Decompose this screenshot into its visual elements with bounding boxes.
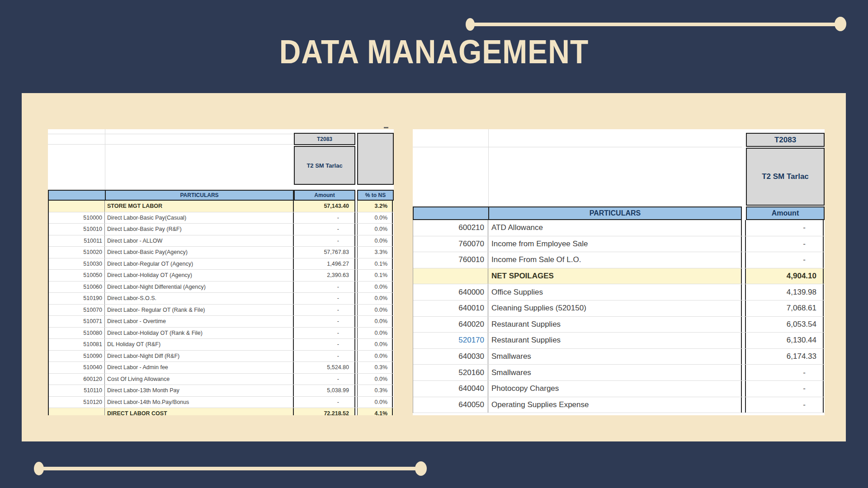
table-row[interactable]: 510040Direct Labor - Admin fee5,524.800.… — [49, 362, 394, 374]
particulars-cell[interactable]: Direct Labor-Regular OT (Agency) — [105, 258, 294, 270]
amount-cell[interactable]: - — [294, 339, 355, 350]
particulars-cell[interactable]: DIRECT LABOR COST — [105, 408, 294, 415]
amount-cell[interactable]: - — [745, 365, 824, 380]
account-code-cell[interactable]: 510040 — [49, 362, 105, 373]
amount-cell[interactable]: 57,143.40 — [294, 201, 355, 212]
percent-cell[interactable]: 4.1% — [357, 408, 393, 415]
branch-header-cell[interactable]: T2 SM Tarlac — [746, 148, 825, 206]
percent-cell[interactable]: 0.0% — [357, 305, 393, 316]
account-code-cell[interactable] — [49, 408, 105, 415]
percent-cell[interactable]: 0.0% — [357, 351, 393, 362]
table-row[interactable]: 760070Income from Employee Sale- — [413, 236, 825, 253]
particulars-cell[interactable]: STORE MGT LABOR — [105, 201, 294, 212]
particulars-cell[interactable]: Direct Labor - ALLOW — [105, 235, 294, 247]
particulars-cell[interactable]: Cleaning Supplies (520150) — [488, 300, 742, 316]
account-code-cell[interactable]: 510110 — [49, 385, 105, 396]
table-row[interactable]: 640040Photocopy Charges- — [413, 381, 825, 397]
particulars-cell[interactable]: ATD Allowance — [488, 220, 742, 236]
account-code-cell[interactable]: 600210 — [413, 220, 488, 236]
amount-cell[interactable]: 4,139.98 — [745, 284, 824, 300]
amount-column-header[interactable]: Amount — [294, 190, 355, 201]
account-code-cell[interactable] — [413, 268, 488, 284]
account-code-cell[interactable]: 640030 — [413, 349, 488, 365]
table-row[interactable]: 600120Cost Of Living Allowance-0.0% — [49, 374, 394, 385]
account-code-cell[interactable]: 640040 — [413, 381, 488, 397]
particulars-cell[interactable]: DL Holiday OT (R&F) — [105, 339, 294, 350]
account-code-cell[interactable]: 520160 — [413, 365, 488, 380]
table-row[interactable]: 510120Direct Labor-14th Mo.Pay/Bonus-0.0… — [49, 397, 394, 408]
particulars-cell[interactable]: Restaurant Supplies — [488, 317, 742, 333]
account-code-cell[interactable]: 640050 — [413, 397, 488, 413]
percent-cell[interactable]: 0.0% — [357, 293, 393, 304]
account-code-cell[interactable]: 760010 — [413, 252, 488, 268]
amount-cell[interactable]: 6,174.33 — [745, 349, 824, 365]
amount-cell[interactable]: - — [294, 305, 355, 316]
table-row[interactable]: 640010Cleaning Supplies (520150)7,068.61 — [413, 300, 825, 317]
year-header-cell[interactable]: T2083 — [746, 133, 825, 147]
table-row[interactable]: 600210ATD Allowance- — [413, 220, 825, 236]
percent-cell[interactable]: 0.3% — [357, 385, 393, 396]
account-code-cell[interactable]: 510120 — [49, 397, 105, 408]
account-code-cell[interactable]: 510050 — [49, 270, 105, 281]
particulars-cell[interactable]: Direct Labor-Basic Pay(Agency) — [105, 247, 294, 258]
amount-cell[interactable]: 6,130.44 — [745, 333, 824, 348]
table-row[interactable]: 510060Direct Labor-Night Differential (A… — [49, 282, 394, 293]
account-code-cell[interactable]: 510010 — [49, 224, 105, 235]
percent-cell[interactable]: 3.3% — [357, 247, 393, 258]
amount-cell[interactable]: - — [294, 293, 355, 304]
amount-cell[interactable]: - — [294, 235, 355, 247]
particulars-cell[interactable]: Direct Labor-14th Mo.Pay/Bonus — [105, 397, 294, 408]
particulars-cell[interactable]: Direct Labor-Basic Pay(Casual) — [105, 212, 294, 224]
particulars-cell[interactable]: Photocopy Charges — [488, 381, 742, 397]
particulars-cell[interactable]: Direct Labor - Admin fee — [105, 362, 294, 373]
amount-cell[interactable]: - — [745, 236, 824, 252]
percent-cell[interactable]: 0.0% — [357, 282, 393, 293]
table-row[interactable]: 510080Direct Labor-Holiday OT (Rank & Fi… — [49, 328, 394, 339]
particulars-cell[interactable]: Direct Labor - Overtime — [105, 316, 294, 327]
particulars-cell[interactable]: Smallwares — [488, 365, 742, 380]
amount-cell[interactable]: - — [745, 220, 824, 236]
amount-cell[interactable]: 7,068.61 — [745, 300, 824, 316]
table-row[interactable]: 510190Direct Labor-S.O.S.-0.0% — [49, 293, 394, 305]
account-code-cell[interactable]: 510071 — [49, 316, 105, 327]
code-column-header[interactable] — [48, 190, 105, 201]
particulars-cell[interactable]: Income from Employee Sale — [488, 236, 742, 252]
amount-cell[interactable]: 5,038.99 — [294, 385, 355, 396]
particulars-cell[interactable]: Direct Labor-Night Diff (R&F) — [105, 351, 294, 362]
amount-cell[interactable]: 6,053.54 — [745, 317, 824, 333]
amount-cell[interactable]: - — [294, 282, 355, 293]
account-code-cell[interactable]: 760070 — [413, 236, 488, 252]
table-row[interactable]: DIRECT LABOR COST72,218.524.1% — [49, 408, 394, 415]
particulars-cell[interactable]: Direct Labor-13th Month Pay — [105, 385, 294, 396]
table-row[interactable]: STORE MGT LABOR57,143.403.2% — [49, 201, 394, 212]
account-code-cell[interactable] — [49, 201, 105, 212]
account-code-cell[interactable]: 600120 — [49, 374, 105, 385]
particulars-cell[interactable]: Smallwares — [488, 349, 742, 365]
account-code-cell[interactable]: 510190 — [49, 293, 105, 304]
particulars-cell[interactable]: Cost Of Living Allowance — [105, 374, 294, 385]
table-row[interactable]: 510000Direct Labor-Basic Pay(Casual)-0.0… — [49, 212, 394, 224]
table-row[interactable]: 510090Direct Labor-Night Diff (R&F)-0.0% — [49, 351, 394, 362]
amount-cell[interactable]: - — [294, 224, 355, 235]
amount-cell[interactable]: 5,524.80 — [294, 362, 355, 373]
table-row[interactable]: 520170Restaurant Supplies6,130.44 — [413, 333, 825, 349]
account-code-cell[interactable]: 640000 — [413, 284, 488, 300]
table-row[interactable]: 510070Direct Labor- Regular OT (Rank & F… — [49, 305, 394, 316]
particulars-cell[interactable]: Operating Supplies Expense — [488, 397, 742, 413]
percent-cell[interactable]: 0.0% — [357, 339, 393, 350]
account-code-cell[interactable]: 510070 — [49, 305, 105, 316]
account-code-cell[interactable]: 510000 — [49, 212, 105, 224]
amount-cell[interactable]: - — [294, 397, 355, 408]
amount-cell[interactable]: - — [294, 212, 355, 224]
table-row[interactable]: 510020Direct Labor-Basic Pay(Agency)57,7… — [49, 247, 394, 258]
percent-cell[interactable]: 0.1% — [357, 258, 393, 270]
table-row[interactable]: 760010Income From Sale Of L.O.- — [413, 252, 825, 268]
amount-cell[interactable]: - — [745, 252, 824, 268]
amount-cell[interactable]: 1,496.27 — [294, 258, 355, 270]
particulars-column-header[interactable]: PARTICULARS — [488, 206, 742, 220]
branch-header-cell[interactable]: T2 SM Tarlac — [294, 146, 355, 185]
particulars-cell[interactable]: NET SPOILAGES — [488, 268, 742, 284]
account-code-cell[interactable]: 640020 — [413, 317, 488, 333]
amount-cell[interactable]: 72,218.52 — [294, 408, 355, 415]
percent-cell[interactable]: 0.3% — [357, 362, 393, 373]
